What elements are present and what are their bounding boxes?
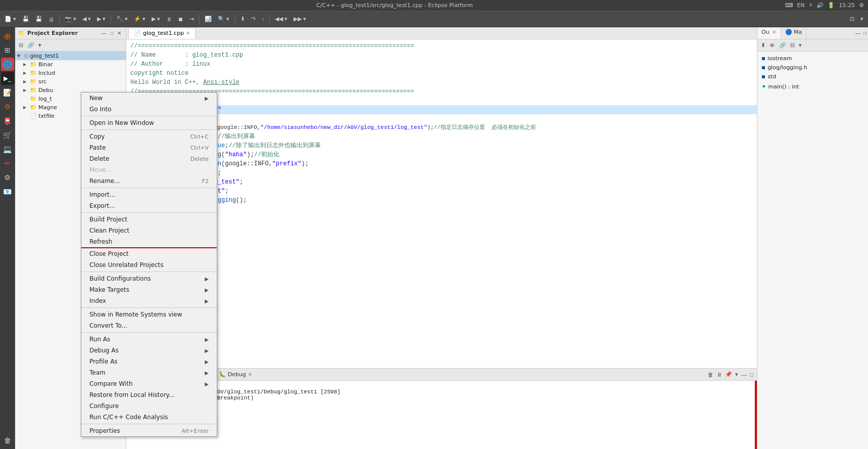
left-icon-email[interactable]: 📧 xyxy=(1,185,14,198)
outline-item-std[interactable]: ▪ std xyxy=(757,72,868,81)
menu-item-show-remote[interactable]: Show in Remote Systems view xyxy=(81,309,217,320)
save-button[interactable]: 💾 xyxy=(20,13,32,25)
next-button[interactable]: ▶ ▾ xyxy=(94,13,108,25)
menu-item-rename[interactable]: Rename... F2 xyxy=(81,175,217,187)
profile-button[interactable]: 📊 xyxy=(202,13,214,25)
left-icon-settings[interactable]: ⚙ xyxy=(1,100,14,113)
tree-item-src[interactable]: ▶ 📁 src xyxy=(15,77,126,86)
min-right-btn[interactable]: — xyxy=(854,27,862,39)
max-console-btn[interactable]: □ xyxy=(748,371,755,378)
left-icon-editor[interactable]: 📝 xyxy=(1,86,14,99)
left-icon-edit[interactable]: ✏ xyxy=(1,157,14,170)
menu-item-close-unrelated[interactable]: Close Unrelated Projects xyxy=(81,259,217,271)
tree-item-binaries[interactable]: ▶ 📁 Binar xyxy=(15,60,126,69)
clear-console-btn[interactable]: 🗑 xyxy=(706,371,715,378)
menu-item-compare-with[interactable]: Compare With ▶ xyxy=(81,378,217,389)
left-icon-config2[interactable]: ⚙ xyxy=(1,171,14,184)
left-icon-browser[interactable]: 🌐 xyxy=(1,58,14,71)
disconnect-button[interactable]: ⇥ xyxy=(187,13,197,25)
nav-forward-button[interactable]: ▶▶ ▾ xyxy=(291,13,309,25)
sync-editor-btn[interactable]: 🔗 xyxy=(778,41,788,49)
outline-item-iostream[interactable]: ▪ iostream xyxy=(757,54,868,63)
pin-console-btn[interactable]: 📌 xyxy=(724,371,734,378)
menu-item-go-into[interactable]: Go Into xyxy=(81,104,217,115)
menu-item-build-project[interactable]: Build Project xyxy=(81,214,217,225)
stop-button[interactable]: ⏹ xyxy=(175,13,186,25)
menu-item-paste[interactable]: Paste Ctrl+V xyxy=(81,142,217,153)
debug-button[interactable]: 🔍 ▾ xyxy=(215,13,232,25)
menu-item-run-as[interactable]: Run As ▶ xyxy=(81,334,217,345)
menu-item-import[interactable]: Import... xyxy=(81,189,217,200)
scroll-lock-btn[interactable]: ⏸ xyxy=(715,371,724,378)
build-button[interactable]: 🔨 ▾ xyxy=(114,13,130,25)
run-external-button[interactable]: ⚡ ▾ xyxy=(131,13,148,25)
menu-item-configure[interactable]: Configure xyxy=(81,400,217,412)
menu-item-new[interactable]: New ▶ xyxy=(81,93,217,104)
menu-item-build-configurations[interactable]: Build Configurations ▶ xyxy=(81,273,217,284)
left-icon-mail[interactable]: 📮 xyxy=(1,114,14,127)
link-with-editor-btn[interactable]: 🔗 xyxy=(26,41,36,49)
hide-fields-btn[interactable]: 👁 xyxy=(768,42,777,49)
pause-button[interactable]: ⏸ xyxy=(164,13,174,25)
menu-item-delete[interactable]: Delete Delete xyxy=(81,153,217,164)
print-button[interactable]: 🖨 xyxy=(46,13,57,25)
editor-content[interactable]: //======================================… xyxy=(126,39,757,368)
tree-item-glog[interactable]: ▼ ⊙ glog_test1 xyxy=(15,52,126,60)
prev-button[interactable]: ◀ ▾ xyxy=(80,13,93,25)
left-icon-trash[interactable]: 🗑 xyxy=(1,434,14,447)
debug-tab[interactable]: 🐛 Debug ✕ xyxy=(214,369,258,380)
step-out-button[interactable]: ↑ xyxy=(259,13,267,25)
left-icon-workspace[interactable]: ⊕ xyxy=(1,29,14,42)
view-menu-outline-btn[interactable]: ▾ xyxy=(797,41,803,49)
step-into-button[interactable]: ⬇ xyxy=(238,13,248,25)
restore-button[interactable]: ▾ xyxy=(858,13,866,25)
view-menu-btn[interactable]: ▾ xyxy=(734,371,740,378)
collapse-all-btn[interactable]: ⊟ xyxy=(17,41,25,49)
menu-item-restore-history[interactable]: Restore from Local History... xyxy=(81,389,217,400)
menu-item-properties[interactable]: Properties Alt+Enter xyxy=(81,425,217,436)
view-menu-btn[interactable]: ▾ xyxy=(37,41,43,49)
menu-item-debug-as[interactable]: Debug As ▶ xyxy=(81,345,217,356)
menu-item-run-code-analysis[interactable]: Run C/C++ Code Analysis xyxy=(81,412,217,423)
menu-item-make-targets[interactable]: Make Targets ▶ xyxy=(81,284,217,295)
menu-item-open-new-window[interactable]: Open in New Window xyxy=(81,117,217,128)
sort-alpha-btn[interactable]: ⬍ xyxy=(759,41,767,49)
left-icon-terminal[interactable]: ▶_ xyxy=(1,72,14,85)
maximize-button[interactable]: ⊡ xyxy=(847,13,857,25)
max-right-btn[interactable]: □ xyxy=(862,27,868,39)
menu-item-copy[interactable]: Copy Ctrl+C xyxy=(81,131,217,142)
minimize-panel-btn[interactable]: — xyxy=(100,30,108,36)
tab-close-icon[interactable]: ✕ xyxy=(248,372,252,377)
menu-item-profile-as[interactable]: Profile As ▶ xyxy=(81,356,217,367)
menu-item-export[interactable]: Export... xyxy=(81,200,217,211)
run-button[interactable]: ▶ ▾ xyxy=(149,13,163,25)
outline-item-glog[interactable]: ▪ glog/logging.h xyxy=(757,63,868,72)
left-icon-console[interactable]: 💻 xyxy=(1,143,14,156)
menu-item-clean-project[interactable]: Clean Project xyxy=(81,225,217,236)
left-icon-store[interactable]: 🛒 xyxy=(1,128,14,142)
step-over-button[interactable]: ↷ xyxy=(249,13,258,25)
save-all-button[interactable]: 💾 xyxy=(33,13,45,25)
menu-item-index[interactable]: Index ▶ xyxy=(81,295,217,306)
outline-tab[interactable]: Ou ✕ xyxy=(757,27,781,39)
members-tab[interactable]: 🔵 Ma xyxy=(781,27,807,39)
tab-close-icon[interactable]: ✕ xyxy=(772,29,776,35)
menu-item-close-project[interactable]: Close Project xyxy=(81,248,217,259)
collapse-all-outline-btn[interactable]: ⊟ xyxy=(789,41,796,49)
left-icon-overview[interactable]: ⊞ xyxy=(1,43,14,57)
menu-item-convert[interactable]: Convert To... xyxy=(81,320,217,331)
min-console-btn[interactable]: — xyxy=(740,371,748,378)
tab-close-btn[interactable]: ✕ xyxy=(186,30,190,36)
nav-back-button[interactable]: ◀◀ ▾ xyxy=(272,13,290,25)
menu-label: Build Configurations xyxy=(89,275,205,282)
close-panel-btn[interactable]: ✕ xyxy=(116,30,123,36)
outline-item-main[interactable]: • main() : int xyxy=(757,81,868,93)
new-button[interactable]: 📄 ▾ xyxy=(2,13,19,25)
editor-tab-glog[interactable]: 📄 glog_test1.cpp ✕ xyxy=(128,28,196,39)
capture-button[interactable]: 📷 ▾ xyxy=(62,13,79,25)
menu-item-refresh[interactable]: Refresh xyxy=(81,236,217,248)
maximize-panel-btn[interactable]: □ xyxy=(109,30,115,36)
tree-item-includes[interactable]: ▶ 📁 Includ xyxy=(15,69,126,77)
outline-label: main() : int xyxy=(768,83,799,90)
menu-item-team[interactable]: Team ▶ xyxy=(81,367,217,378)
